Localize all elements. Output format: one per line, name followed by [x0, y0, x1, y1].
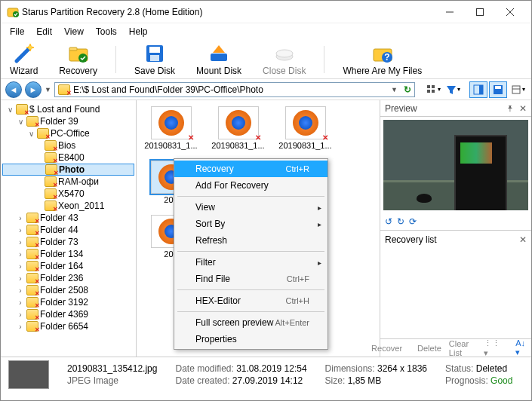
close-button[interactable]	[495, 2, 525, 23]
clearlist-button: Clear List	[449, 339, 469, 357]
svg-rect-12	[150, 55, 159, 61]
floppy-icon	[144, 43, 165, 64]
svg-rect-24	[479, 85, 483, 94]
recovery-label: Recovery	[59, 66, 97, 76]
menu-tools[interactable]: Tools	[90, 25, 123, 38]
tree-item[interactable]: Bios	[2, 139, 134, 152]
wizard-label: Wizard	[10, 66, 38, 76]
tree-item[interactable]: E8400	[2, 152, 134, 164]
mountdisk-button[interactable]: Mount Disk	[193, 41, 244, 78]
cm-fullscreen[interactable]: Full screen previewAlt+Enter	[174, 314, 328, 331]
minimize-button[interactable]	[435, 2, 465, 23]
svg-text:?: ?	[384, 52, 389, 63]
save-options-button[interactable]	[489, 81, 507, 98]
file-thumb[interactable]: 20190831_1...	[277, 106, 334, 150]
savedisk-button[interactable]: Save Disk	[131, 41, 178, 78]
cm-refresh[interactable]: Refresh	[174, 232, 328, 249]
preview-image	[383, 120, 528, 210]
cm-add-for-recovery[interactable]: Add For Recovery	[174, 177, 328, 194]
tree-folder[interactable]: ›Folder 44	[2, 224, 134, 236]
recovery-list-toolbar: Recover Delete Clear List ⋮⋮ ▾ A↓ ▾	[380, 338, 531, 357]
tree-pcoffice[interactable]: ∨PC-Office	[2, 127, 134, 139]
nav-forward-button[interactable]: ►	[25, 81, 42, 98]
main-toolbar: Wizard Recovery Save Disk Mount Disk Clo…	[1, 40, 531, 79]
options-button[interactable]: ▾	[509, 81, 527, 98]
menu-help[interactable]: Help	[123, 25, 154, 38]
mount-icon	[208, 43, 229, 64]
chevron-down-icon[interactable]: ▼	[391, 86, 398, 93]
svg-rect-8	[69, 47, 77, 51]
recovery-button[interactable]: Recovery	[56, 41, 100, 78]
tree-folder[interactable]: ›Folder 4369	[2, 308, 134, 320]
folder-tree[interactable]: ∨$ Lost and Found ∨Folder 39 ∨PC-Office …	[1, 100, 137, 357]
window-title: Starus Partition Recovery 2.8 (Home Edit…	[19, 7, 435, 17]
cm-filter[interactable]: Filter▸	[174, 254, 328, 271]
cm-sortby[interactable]: Sort By▸	[174, 216, 328, 232]
menu-edit[interactable]: Edit	[30, 25, 58, 38]
svg-rect-27	[512, 86, 520, 93]
svg-rect-22	[432, 90, 435, 93]
navbar: ◄ ► ▼ E:\$ Lost and Found\Folder 39\PC-O…	[1, 79, 531, 100]
recovery-list-header: Recovery list ✕	[380, 230, 531, 248]
cm-properties[interactable]: Properties	[174, 331, 328, 347]
folder-recovery-icon	[68, 43, 89, 64]
pin-icon[interactable]: 🖈	[506, 103, 515, 114]
menu-file[interactable]: File	[4, 25, 30, 38]
svg-rect-3	[477, 8, 484, 15]
tree-folder[interactable]: ›Folder 236	[2, 272, 134, 284]
tree-folder[interactable]: ›Folder 73	[2, 236, 134, 248]
status-bar: 20190831_135412.jpg JPEG Image Date modi…	[1, 357, 531, 391]
menubar: File Edit View Tools Help	[1, 23, 531, 40]
cm-view[interactable]: View▸	[174, 199, 328, 216]
svg-rect-19	[427, 85, 430, 88]
tree-item[interactable]: X5470	[2, 188, 134, 200]
wizard-button[interactable]: Wizard	[7, 41, 41, 78]
menu-view[interactable]: View	[58, 25, 90, 38]
panel-close-icon[interactable]: ✕	[519, 103, 527, 114]
tree-folder[interactable]: ›Folder 2508	[2, 284, 134, 296]
closedisk-label: Close Disk	[263, 66, 306, 76]
preview-toggle-button[interactable]	[469, 81, 487, 98]
tree-item[interactable]: Xeon_2011	[2, 200, 134, 212]
mountdisk-label: Mount Disk	[196, 66, 241, 76]
wand-icon	[14, 43, 35, 64]
folder-help-icon: ?	[372, 43, 393, 64]
tree-folder[interactable]: ›Folder 164	[2, 260, 134, 272]
file-thumb[interactable]: 20190831_1...	[210, 106, 266, 150]
rotate-left-icon[interactable]: ↺	[385, 216, 392, 227]
tree-root[interactable]: ∨$ Lost and Found	[2, 103, 134, 115]
status-filename: 20190831_135412.jpg	[67, 363, 157, 374]
where-label: Where Are My Files	[343, 66, 422, 76]
status-filetype: JPEG Image	[67, 375, 157, 386]
view-mode-button[interactable]: ▾	[424, 81, 442, 98]
list-options-icon[interactable]: ⋮⋮ ▾	[484, 338, 500, 358]
rotate-right-icon[interactable]: ↻	[397, 216, 404, 227]
tree-folder[interactable]: ›Folder 43	[2, 212, 134, 224]
tree-item-photo[interactable]: Photo	[2, 164, 134, 176]
cm-recovery[interactable]: RecoveryCtrl+R	[174, 161, 328, 177]
tree-folder[interactable]: ›Folder 6654	[2, 320, 134, 332]
nav-dropdown-icon[interactable]: ▼	[45, 86, 51, 93]
address-text: E:\$ Lost and Found\Folder 39\PC-Office\…	[73, 84, 388, 95]
nav-back-button[interactable]: ◄	[5, 81, 22, 98]
cm-findfile[interactable]: Find FileCtrl+F	[174, 271, 328, 287]
maximize-button[interactable]	[465, 2, 495, 23]
where-button[interactable]: ? Where Are My Files	[340, 41, 425, 78]
tree-folder[interactable]: ›Folder 134	[2, 248, 134, 260]
tree-item[interactable]: RAM-офи	[2, 176, 134, 188]
file-thumb[interactable]: 20190831_1...	[143, 106, 199, 150]
context-menu[interactable]: RecoveryCtrl+R Add For Recovery View▸ So…	[174, 158, 328, 350]
folder-icon	[58, 84, 70, 96]
sort-icon[interactable]: A↓ ▾	[515, 338, 525, 357]
panel-close-icon[interactable]: ✕	[519, 234, 527, 245]
tree-folder[interactable]: ›Folder 3192	[2, 296, 134, 308]
filter-button[interactable]: ▾	[444, 81, 462, 98]
refresh-icon[interactable]: ↻	[404, 84, 411, 95]
svg-rect-13	[211, 54, 227, 61]
tree-folder39[interactable]: ∨Folder 39	[2, 115, 134, 127]
reset-icon[interactable]: ⟳	[409, 216, 417, 227]
savedisk-label: Save Disk	[134, 66, 175, 76]
address-bar[interactable]: E:\$ Lost and Found\Folder 39\PC-Office\…	[54, 82, 415, 97]
svg-point-15	[276, 50, 293, 57]
cm-hex[interactable]: HEX-EditorCtrl+H	[174, 292, 328, 309]
